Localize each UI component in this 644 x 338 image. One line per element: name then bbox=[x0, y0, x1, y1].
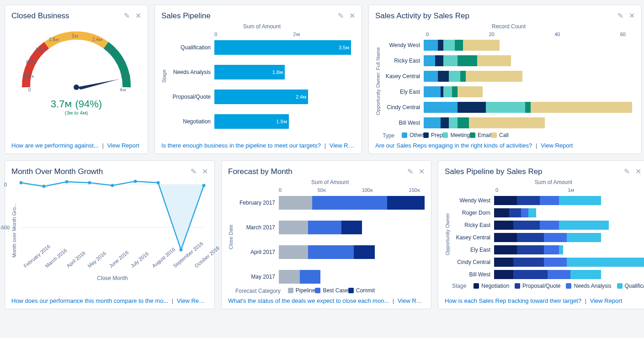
bar-segment[interactable] bbox=[544, 258, 567, 267]
bar-segment[interactable] bbox=[279, 245, 308, 259]
bar-segment[interactable] bbox=[308, 245, 354, 259]
bar-segment[interactable] bbox=[540, 221, 559, 230]
bar-segment[interactable] bbox=[559, 221, 609, 230]
bar-segment[interactable] bbox=[449, 117, 457, 128]
bar-segment[interactable] bbox=[424, 71, 438, 82]
view-report-link[interactable]: View Report bbox=[541, 142, 573, 149]
bar-segment[interactable] bbox=[517, 196, 540, 205]
bar-segment[interactable] bbox=[567, 233, 601, 242]
close-icon[interactable]: ✕ bbox=[349, 11, 355, 20]
bar-segment[interactable] bbox=[513, 270, 548, 279]
bar-segment[interactable] bbox=[424, 117, 441, 128]
bar-segment[interactable] bbox=[513, 221, 540, 230]
bar-segment[interactable] bbox=[424, 102, 458, 113]
bar-segment[interactable] bbox=[528, 208, 536, 217]
view-report-link[interactable]: View Report bbox=[177, 297, 208, 304]
close-icon[interactable]: ✕ bbox=[135, 11, 141, 20]
bar-segment[interactable] bbox=[435, 55, 443, 66]
bar-segment[interactable] bbox=[460, 71, 466, 82]
legend-item[interactable]: Proposal/Quote bbox=[515, 283, 560, 289]
bar-segment[interactable] bbox=[424, 55, 435, 66]
bar-segment[interactable] bbox=[424, 40, 438, 51]
bar-segment[interactable] bbox=[354, 245, 375, 259]
bar-segment[interactable] bbox=[517, 233, 544, 242]
close-icon[interactable]: ✕ bbox=[629, 11, 635, 20]
edit-icon[interactable]: ✎ bbox=[624, 167, 630, 176]
bar-segment[interactable] bbox=[312, 196, 387, 210]
bar-segment[interactable] bbox=[570, 270, 601, 279]
footer-question-link[interactable]: What's the status of the deals we expect… bbox=[228, 297, 389, 304]
legend-item[interactable]: Qualification bbox=[617, 283, 644, 289]
footer-question-link[interactable]: Is there enough business in the pipeline… bbox=[161, 142, 321, 149]
footer-question-link[interactable]: How is each Sales Rep tracking toward th… bbox=[445, 297, 581, 304]
legend-item[interactable]: Needs Analysis bbox=[566, 283, 611, 289]
bar-segment[interactable] bbox=[494, 258, 513, 267]
bar-segment[interactable] bbox=[469, 117, 545, 128]
bar-segment[interactable] bbox=[521, 208, 529, 217]
view-report-link[interactable]: View Report bbox=[398, 297, 425, 304]
bar-segment[interactable]: 2.4ᴍ bbox=[214, 90, 308, 104]
footer-question-link[interactable]: How are we performing against... bbox=[11, 142, 99, 149]
bar-segment[interactable] bbox=[449, 71, 460, 82]
bar-segment[interactable] bbox=[494, 208, 509, 217]
legend-item[interactable]: Negotiation bbox=[474, 283, 509, 289]
bar-segment[interactable] bbox=[548, 270, 570, 279]
bar-segment[interactable] bbox=[387, 196, 425, 210]
bar-segment[interactable] bbox=[455, 40, 463, 51]
footer-question-link[interactable]: Are our Sales Reps engaging in the right… bbox=[375, 142, 532, 149]
legend-item[interactable]: Prep bbox=[423, 132, 442, 138]
bar-segment[interactable] bbox=[486, 102, 525, 113]
legend-item[interactable]: Commit bbox=[348, 287, 375, 294]
bar-segment[interactable] bbox=[308, 221, 341, 234]
edit-icon[interactable]: ✎ bbox=[407, 167, 413, 176]
bar-segment[interactable] bbox=[458, 86, 483, 97]
bar-segment[interactable]: 3.5ᴍ bbox=[214, 40, 351, 55]
close-icon[interactable]: ✕ bbox=[635, 167, 641, 176]
bar-segment[interactable] bbox=[458, 55, 477, 66]
bar-segment[interactable] bbox=[544, 233, 567, 242]
legend-item[interactable]: Email bbox=[470, 132, 491, 138]
bar-segment[interactable] bbox=[452, 86, 458, 97]
bar-segment[interactable] bbox=[494, 245, 517, 254]
bar-segment[interactable] bbox=[494, 233, 517, 242]
bar-segment[interactable] bbox=[559, 196, 601, 205]
bar-segment[interactable] bbox=[441, 117, 449, 128]
bar-segment[interactable] bbox=[463, 40, 500, 51]
bar-segment[interactable] bbox=[341, 221, 362, 234]
bar-segment[interactable] bbox=[513, 258, 544, 267]
legend-item[interactable]: Meeting bbox=[442, 132, 470, 138]
bar-segment[interactable] bbox=[544, 245, 559, 254]
edit-icon[interactable]: ✎ bbox=[617, 11, 623, 20]
bar-segment[interactable] bbox=[540, 196, 559, 205]
edit-icon[interactable]: ✎ bbox=[191, 167, 197, 176]
bar-segment[interactable] bbox=[300, 270, 321, 284]
bar-segment[interactable] bbox=[279, 196, 312, 210]
legend-item[interactable]: Pipeline bbox=[288, 287, 315, 294]
bar-segment[interactable]: 1.9ᴍ bbox=[214, 114, 289, 129]
bar-segment[interactable] bbox=[279, 270, 300, 284]
edit-icon[interactable]: ✎ bbox=[338, 11, 344, 20]
bar-segment[interactable] bbox=[525, 102, 531, 113]
bar-segment[interactable] bbox=[477, 55, 511, 66]
bar-segment[interactable] bbox=[517, 245, 544, 254]
view-report-link[interactable]: View Report bbox=[590, 297, 623, 304]
bar-segment[interactable] bbox=[438, 40, 443, 51]
bar-segment[interactable] bbox=[443, 86, 452, 97]
bar-segment[interactable] bbox=[438, 71, 449, 82]
bar-segment[interactable] bbox=[494, 196, 517, 205]
close-icon[interactable]: ✕ bbox=[419, 167, 425, 176]
bar-segment[interactable] bbox=[466, 71, 522, 82]
legend-item[interactable]: Call bbox=[491, 132, 509, 138]
bar-segment[interactable]: 1.8ᴍ bbox=[214, 65, 285, 79]
bar-segment[interactable] bbox=[494, 221, 513, 230]
bar-segment[interactable] bbox=[458, 117, 469, 128]
bar-segment[interactable] bbox=[443, 40, 455, 51]
bar-segment[interactable] bbox=[279, 221, 308, 234]
bar-segment[interactable] bbox=[494, 270, 513, 279]
bar-segment[interactable] bbox=[458, 102, 486, 113]
bar-segment[interactable] bbox=[424, 86, 441, 97]
bar-segment[interactable] bbox=[443, 55, 458, 66]
bar-segment[interactable] bbox=[509, 208, 521, 217]
legend-item[interactable]: Other bbox=[402, 132, 423, 138]
bar-segment[interactable] bbox=[559, 245, 563, 254]
